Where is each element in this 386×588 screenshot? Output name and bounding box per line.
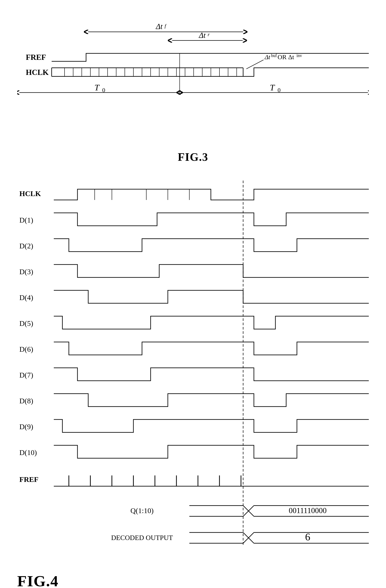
fig4-hclk-label: HCLK [19,189,41,198]
fig4-diagram: HCLK D(1) D(2) D(3) D(4) [17,181,369,588]
svg-text:OR Δt: OR Δt [278,53,294,61]
fig4-decoded-label: DECODED OUTPUT [111,534,173,542]
svg-text:inv: inv [297,53,302,58]
fig4-d9-label: D(9) [19,423,33,431]
svg-text:r: r [208,32,210,37]
fig4-caption: FIG.4 [17,572,369,588]
svg-text:Δt: Δt [264,53,270,61]
svg-text:f: f [164,23,167,29]
fig4-d2-label: D(2) [19,242,33,250]
fig3-label-text: FIG.3 [178,151,208,163]
fig3-svg: Δt f Δt r FREF HCLK [17,21,369,133]
svg-text:Δt: Δt [198,31,206,40]
fig4-d8-label: D(8) [19,397,33,405]
fig4-d3-label: D(3) [19,268,33,276]
fig4-svg: HCLK D(1) D(2) D(3) D(4) [17,181,369,568]
fig3-caption: FIG.3 [17,151,369,163]
fig3-hclk-label: HCLK [26,68,49,77]
svg-text:Δt: Δt [155,22,163,31]
fig3-fref-label: FREF [26,53,46,62]
svg-text:0: 0 [278,87,281,93]
fig4-decoded-val: 6 [305,531,310,543]
fig4-d5-label: D(5) [19,319,33,328]
fig4-fref-label: FREF [19,475,39,483]
fig4-q110-val: 0011110000 [289,506,327,515]
fig4-q110-label: Q(1:10) [130,507,154,515]
svg-text:buf: buf [271,53,277,58]
page: Δt f Δt r FREF HCLK [0,0,386,588]
fig4-d7-label: D(7) [19,371,33,379]
fig4-d10-label: D(10) [19,448,37,457]
fig4-d1-label: D(1) [19,216,33,224]
fig4-d6-label: D(6) [19,345,33,353]
svg-text:0: 0 [102,87,105,93]
fig3-t0-right: T [270,83,275,92]
fig3-t0-left: T [94,83,100,92]
fig3-diagram: Δt f Δt r FREF HCLK [17,21,369,146]
fig4-d4-label: D(4) [19,294,33,302]
fig4-label-text: FIG.4 [17,572,59,588]
